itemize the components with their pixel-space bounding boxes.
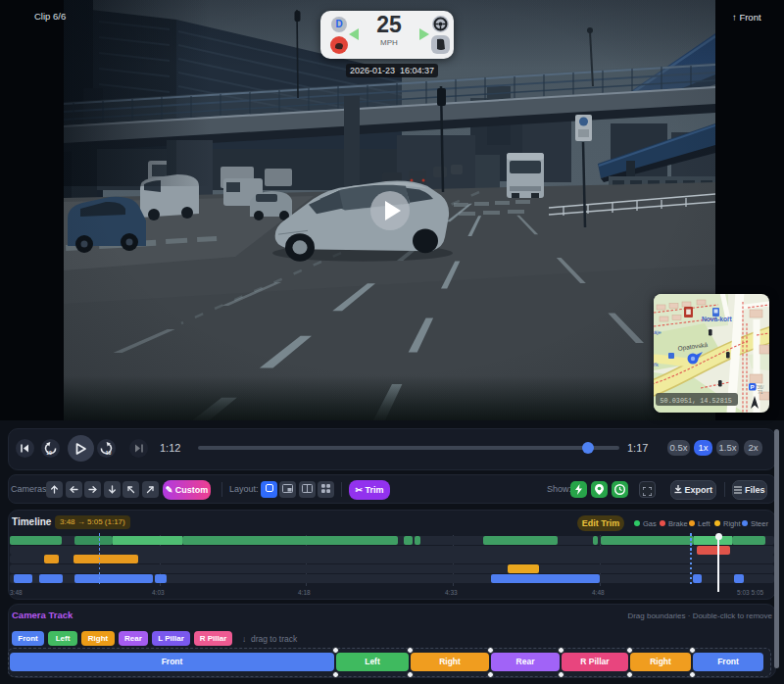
- svg-text:50.03051, 14.52815: 50.03051, 14.52815: [661, 397, 732, 405]
- svg-text:řk: řk: [654, 362, 659, 367]
- svg-text:10: 10: [106, 450, 112, 456]
- svg-text:P: P: [751, 383, 755, 390]
- svg-text:Nová-kořt: Nová-kořt: [702, 316, 733, 322]
- svg-text:áje: áje: [654, 329, 662, 335]
- svg-text:10: 10: [46, 450, 52, 456]
- svg-text:71: 71: [758, 390, 763, 395]
